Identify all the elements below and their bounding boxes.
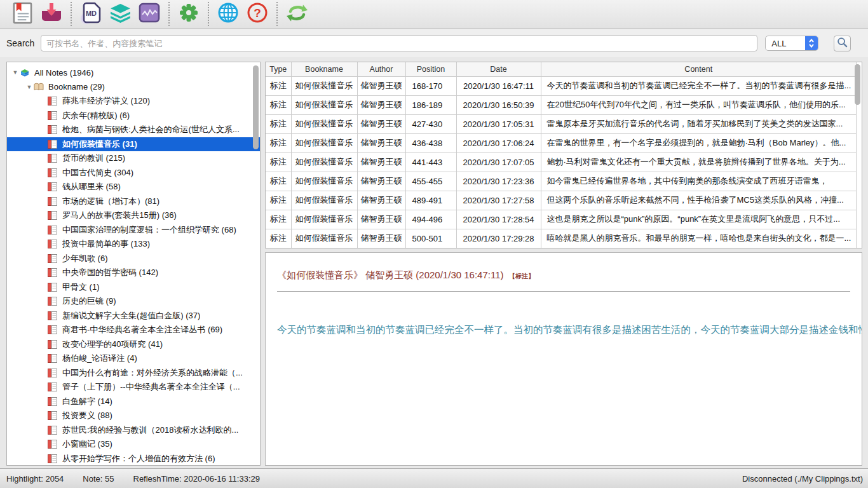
refresh-time: RefleshTime: 2020-06-16 11:33:29 (133, 474, 260, 484)
search-scope-select[interactable]: ALL (765, 36, 818, 51)
tree-item-label: 甲骨文 (1) (62, 281, 100, 293)
tree-item[interactable]: 新编说文解字大全集(超值白金版) (37) (7, 309, 260, 323)
expander-triangle-icon[interactable]: ▼ (11, 69, 20, 76)
tree-item-label: 货币的教训 (215) (62, 152, 125, 164)
red-book-icon (48, 97, 59, 106)
tree-item[interactable]: 市场的逻辑（增订本）(81) (7, 194, 260, 209)
cell-author: 储智勇王硕 (357, 133, 405, 152)
table-row[interactable]: 标注如何假装懂音乐储智勇王硕500-5012020/1/30 17:29:28嘻… (266, 229, 857, 248)
column-header[interactable]: Position (405, 62, 456, 76)
tree-item[interactable]: 管子（上下册）--中华经典名著全本全注全译（... (7, 380, 260, 395)
import-clippings-button[interactable] (37, 1, 66, 27)
export-markdown-button[interactable]: MD (76, 1, 105, 27)
cell-author: 储智勇王硕 (357, 191, 405, 210)
notes-table: TypeBooknameAuthorPositionDateContent 标注… (266, 62, 857, 248)
refresh-button[interactable] (282, 1, 311, 27)
notes-table-header[interactable]: TypeBooknameAuthorPositionDateContent (266, 62, 857, 76)
cell-content: 鲍勃·马利对雷鬼文化还有一个重大贡献，就是将脏辫传播到了世界各地。关于为... (541, 152, 857, 172)
tree-item[interactable]: 中国国家治理的制度逻辑：一个组织学研究 (68) (7, 223, 260, 238)
table-row[interactable]: 标注如何假装懂音乐储智勇王硕494-4962020/1/30 17:28:54这… (266, 210, 857, 229)
column-header[interactable]: Content (541, 62, 857, 76)
red-book-icon (48, 225, 59, 234)
tree-item[interactable]: 历史的巨镜 (9) (7, 294, 260, 309)
red-book-icon (48, 268, 59, 278)
tree-item[interactable]: 庆余年(精校版) (6) (7, 109, 260, 123)
tree-item[interactable]: 中国为什么有前途：对外经济关系的战略潜能（... (7, 366, 260, 381)
notes-document-button[interactable] (8, 1, 37, 27)
cell-content: 在雷鬼的世界里，有一个名字是必须提到的，就是鲍勃·马利（Bob Marley）。… (541, 133, 857, 152)
expander-triangle-icon[interactable]: ▼ (25, 84, 34, 90)
tree-item[interactable]: 罗马人的故事(套装共15册) (36) (7, 208, 260, 223)
cell-bookname: 如何假装懂音乐 (291, 229, 357, 248)
table-row[interactable]: 标注如何假装懂音乐储智勇王硕489-4912020/1/30 17:27:58但… (266, 191, 857, 210)
red-book-icon (48, 411, 59, 421)
toolbar: MD (0, 0, 868, 29)
tree-item[interactable]: ▼Bookname (29) (7, 80, 260, 95)
cell-date: 2020/1/30 17:28:54 (456, 210, 541, 229)
tree-item[interactable]: 薛兆丰经济学讲义 (120) (7, 94, 260, 109)
search-button[interactable] (834, 36, 851, 51)
bookname-open-book-icon (34, 82, 45, 92)
tree-item[interactable]: 中央帝国的哲学密码 (142) (7, 266, 260, 280)
cell-content: 如今雷鬼已经传遍世界各地，其中传到南美的那条线演变成了西班牙语雷鬼， (541, 172, 857, 191)
table-row[interactable]: 标注如何假装懂音乐储智勇王硕441-4432020/1/30 17:07:05鲍… (266, 152, 857, 172)
table-row[interactable]: 标注如何假装懂音乐储智勇王硕455-4552020/1/30 17:23:36如… (266, 172, 857, 191)
cell-bookname: 如何假装懂音乐 (291, 191, 357, 210)
table-row[interactable]: 标注如何假装懂音乐储智勇王硕436-4382020/1/30 17:06:24在… (266, 133, 857, 152)
website-button[interactable] (214, 1, 243, 27)
tree-item[interactable]: 投资中最简单的事 (133) (7, 237, 260, 252)
table-scrollbar[interactable] (855, 64, 860, 105)
table-row[interactable]: 标注如何假装懂音乐储智勇王硕186-1892020/1/30 16:50:39在… (266, 95, 857, 114)
tree-item[interactable]: 如何假装懂音乐 (31) (7, 137, 260, 152)
tree-item[interactable]: 小窗幽记 (35) (7, 437, 260, 452)
tree-item[interactable]: 枪炮、病菌与钢铁:人类社会的命运(世纪人文系... (7, 123, 260, 137)
tree-item[interactable]: 白鱼解字 (14) (7, 395, 260, 409)
toolbar-separator (71, 2, 72, 26)
tree-item[interactable]: 从零开始学写作：个人增值的有效方法 (6) (7, 452, 260, 466)
connection-status: Disconnected (./My Clippings.txt) (742, 474, 863, 484)
tree-item[interactable]: 苏世民:我的经验与教训（2018读桥水达利欧的... (7, 423, 260, 438)
cell-content: 雷鬼原本是牙买加流行音乐的代名词，随着牙买加移民到了英美之类的发达国家... (541, 114, 857, 133)
tree-item[interactable]: 甲骨文 (1) (7, 280, 260, 295)
tree-item[interactable]: 少年凯歌 (6) (7, 252, 260, 266)
tree-item[interactable]: 杨伯峻_论语译注 (4) (7, 351, 260, 366)
red-book-icon (48, 168, 59, 177)
red-book-icon (48, 125, 59, 135)
tree-item[interactable]: ▼All Notes (1946) (7, 65, 260, 80)
tree-item-label: 新编说文解字大全集(超值白金版) (37) (62, 310, 200, 322)
svg-text:MD: MD (85, 10, 96, 17)
cell-author: 储智勇王硕 (357, 76, 405, 95)
cell-type: 标注 (266, 95, 291, 114)
settings-button[interactable] (174, 1, 203, 27)
tree-item[interactable]: 货币的教训 (215) (7, 151, 260, 166)
tree-item[interactable]: 钱从哪里来 (58) (7, 180, 260, 194)
note-detail-text: 今天的节奏蓝调和当初的节奏蓝调已经完全不一样了。当初的节奏蓝调有很多是描述困苦生… (277, 324, 862, 335)
tree-item[interactable]: 改变心理学的40项研究 (41) (7, 337, 260, 352)
cell-date: 2020/1/30 16:50:39 (456, 95, 541, 114)
tree-item[interactable]: 商君书-中华经典名著全本全注全译丛书 (69) (7, 323, 260, 337)
export-layers-button[interactable] (105, 1, 135, 27)
tree-item[interactable]: 投资要义 (88) (7, 409, 260, 423)
search-input[interactable] (41, 35, 757, 51)
sidebar-scrollbar[interactable] (253, 65, 259, 149)
table-row[interactable]: 标注如何假装懂音乐储智勇王硕168-1702020/1/30 16:47:11今… (266, 76, 857, 95)
cell-position: 489-491 (405, 191, 456, 210)
cell-bookname: 如何假装懂音乐 (291, 133, 357, 152)
tree-item[interactable]: 中国古代简史 (304) (7, 166, 260, 180)
table-row[interactable]: 标注如何假装懂音乐储智勇王硕427-4302020/1/30 17:05:31雷… (266, 114, 857, 133)
red-book-icon (48, 297, 59, 306)
tree-item-label: 钱从哪里来 (58) (62, 181, 121, 193)
highlight-count: Hightlight: 2054 (6, 474, 64, 484)
red-book-icon (48, 368, 59, 377)
cell-date: 2020/1/30 17:23:36 (456, 172, 541, 191)
column-header[interactable]: Type (266, 62, 291, 76)
help-button[interactable]: ? (243, 1, 272, 27)
red-book-icon (48, 154, 59, 163)
column-header[interactable]: Author (357, 62, 405, 76)
column-header[interactable]: Date (456, 62, 541, 76)
tree-item-label: 投资要义 (88) (62, 410, 112, 421)
column-header[interactable]: Bookname (291, 62, 357, 76)
statistics-chart-button[interactable] (135, 1, 164, 27)
red-book-icon (48, 211, 59, 220)
tree-item-label: 管子（上下册）--中华经典名著全本全注全译（... (62, 381, 240, 393)
